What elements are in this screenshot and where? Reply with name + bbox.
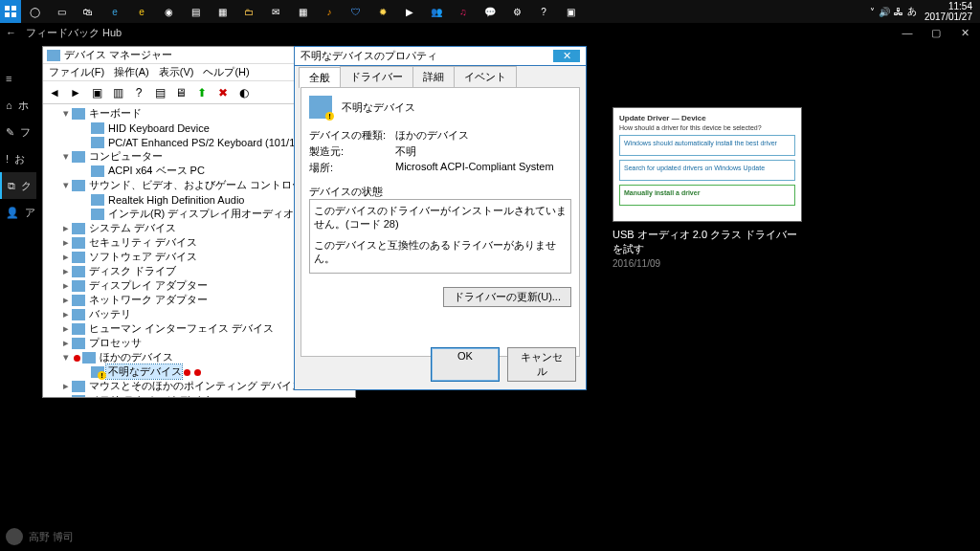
device-icon: [72, 395, 85, 398]
task-view-icon[interactable]: ▭: [48, 0, 75, 23]
tree-toggle-icon[interactable]: ▸: [60, 222, 72, 234]
menu-help[interactable]: ヘルプ(H): [203, 65, 249, 79]
tool-refresh-icon[interactable]: ▥: [108, 83, 127, 102]
tab-general[interactable]: 全般: [299, 67, 341, 88]
tree-toggle-icon[interactable]: ▾: [60, 179, 72, 191]
device-icon: [91, 366, 104, 378]
task-vid-icon[interactable]: ▶: [396, 0, 423, 23]
task-msg-icon[interactable]: 💬: [477, 0, 503, 23]
tree-toggle-icon[interactable]: ▸: [60, 251, 72, 263]
device-name: 不明なデバイス: [342, 100, 415, 115]
system-tray: ˅ 🔊 🖧 あ 11:54 2017/01/27: [870, 1, 980, 22]
sidebar-item-label: お: [14, 152, 25, 166]
tree-toggle-icon[interactable]: ▸: [60, 294, 72, 306]
tray-volume-icon[interactable]: 🔊: [879, 7, 890, 17]
back-button[interactable]: ←: [6, 27, 16, 38]
task-explorer-icon[interactable]: 🗀: [235, 0, 262, 23]
cancel-button[interactable]: キャンセル: [507, 347, 576, 382]
thumb-title: Update Driver — Device: [619, 114, 795, 122]
tree-node-label: プロセッサ: [87, 336, 142, 350]
tree-node-label: メモリ テクノロジ デバイス: [87, 393, 221, 397]
tree-toggle-icon[interactable]: ▾: [60, 107, 72, 120]
hub-min-button[interactable]: —: [898, 27, 917, 38]
tree-toggle-icon[interactable]: ▸: [60, 236, 72, 249]
tree-toggle-icon[interactable]: ▸: [60, 279, 72, 292]
tool-update-icon[interactable]: ⬆: [192, 83, 212, 102]
device-warning-icon: [309, 96, 332, 119]
tab-events[interactable]: イベント: [454, 66, 517, 87]
tree-toggle-icon[interactable]: ▾: [60, 150, 72, 163]
tab-details[interactable]: 詳細: [412, 66, 455, 87]
task-tips-icon[interactable]: ✹: [369, 0, 396, 23]
user-chip[interactable]: 高野 博司: [6, 528, 74, 545]
hub-close-button[interactable]: ✕: [955, 27, 974, 39]
task-people-icon[interactable]: 👥: [423, 0, 450, 23]
tree-node-label: システム デバイス: [87, 221, 176, 235]
task-mail-icon[interactable]: ✉: [262, 0, 289, 23]
task-store-icon[interactable]: 🛍: [75, 0, 101, 23]
tool-disable-icon[interactable]: ◐: [234, 83, 254, 102]
sidebar-item-home[interactable]: ⌂ホ: [0, 92, 36, 119]
status-textbox[interactable]: このデバイスのドライバーがインストールされていません。(コード 28) このデバ…: [309, 199, 571, 274]
ok-button[interactable]: OK: [431, 347, 500, 382]
sidebar-item-account[interactable]: 👤ア: [0, 199, 36, 226]
task-calendar-icon[interactable]: ▦: [289, 0, 316, 23]
taskbar-clock[interactable]: 11:54 2017/01/27: [921, 1, 976, 22]
device-icon: [91, 209, 104, 220]
hub-max-button[interactable]: ▢: [926, 27, 946, 39]
start-button[interactable]: [0, 0, 21, 23]
task-itunes-icon[interactable]: ♫: [450, 0, 477, 23]
taskbar-date: 2017/01/27: [924, 11, 972, 22]
tool-scan-icon[interactable]: 🖥: [171, 83, 190, 102]
props-titlebar[interactable]: 不明なデバイスのプロパティ ✕: [295, 47, 586, 66]
tree-toggle-icon[interactable]: ▸: [60, 380, 72, 392]
task-cortana-icon[interactable]: ◯: [21, 0, 48, 23]
task-hub-icon[interactable]: ♪: [316, 0, 343, 23]
thumb-opt1: Windows should automatically install the…: [619, 135, 795, 156]
tree-toggle-icon[interactable]: ▸: [60, 265, 72, 277]
tool-fwd-icon[interactable]: ►: [66, 83, 85, 102]
task-help-icon[interactable]: ?: [530, 0, 557, 23]
task-app1-icon[interactable]: ▤: [182, 0, 209, 23]
task-devmgr-icon[interactable]: ▣: [557, 0, 584, 23]
menu-file[interactable]: ファイル(F): [49, 65, 104, 79]
tree-toggle-icon[interactable]: ▸: [60, 394, 72, 397]
tree-node-label: マウスとそのほかのポインティング デバイス: [87, 379, 302, 393]
tree-toggle-icon[interactable]: ▸: [60, 308, 72, 320]
hub-menu-button[interactable]: ≡: [0, 65, 36, 92]
sidebar-item-announce[interactable]: !お: [0, 145, 36, 172]
tray-ime-icon[interactable]: あ: [907, 5, 917, 18]
tool-props-icon[interactable]: ▤: [150, 83, 169, 102]
menu-action[interactable]: 操作(A): [114, 65, 149, 79]
task-app2-icon[interactable]: ▦: [209, 0, 235, 23]
tool-help-icon[interactable]: ?: [129, 83, 148, 102]
update-driver-button[interactable]: ドライバーの更新(U)...: [443, 287, 571, 307]
status-line1: このデバイスのドライバーがインストールされていません。(コード 28): [314, 204, 567, 231]
card-date: 2016/11/09: [612, 258, 802, 269]
tab-driver[interactable]: ドライバー: [340, 66, 413, 87]
device-icon: [72, 280, 85, 292]
tree-toggle-icon[interactable]: ▸: [60, 337, 72, 349]
related-card[interactable]: Update Driver — Device How should a driv…: [612, 107, 802, 269]
task-settings-icon[interactable]: ⚙: [503, 0, 530, 23]
avatar-icon: [6, 528, 23, 545]
tool-up-icon[interactable]: ▣: [87, 83, 106, 102]
sidebar-item-quests[interactable]: ⧉ク: [0, 172, 36, 199]
device-icon: [72, 108, 85, 120]
task-ie-icon[interactable]: e: [128, 0, 155, 23]
tray-network-icon[interactable]: 🖧: [894, 7, 903, 17]
tree-node[interactable]: ▸メモリ テクノロジ デバイス: [47, 393, 351, 397]
menu-view[interactable]: 表示(V): [159, 65, 194, 79]
tree-toggle-icon[interactable]: ▾: [60, 351, 72, 364]
tool-uninstall-icon[interactable]: ✖: [213, 83, 233, 102]
tool-back-icon[interactable]: ◄: [45, 83, 64, 102]
task-chrome-icon[interactable]: ◉: [155, 0, 182, 23]
task-edge-icon[interactable]: e: [101, 0, 128, 23]
hub-title-text: フィードバック Hub: [26, 26, 122, 40]
task-security-icon[interactable]: 🛡: [343, 0, 369, 23]
sidebar-item-feedback[interactable]: ✎フ: [0, 119, 36, 145]
tree-toggle-icon[interactable]: ▸: [60, 322, 72, 335]
status-line2: このデバイスと互換性のあるドライバーがありません。: [314, 238, 567, 265]
tray-chevron-icon[interactable]: ˅: [870, 7, 875, 17]
props-close-button[interactable]: ✕: [553, 50, 580, 62]
